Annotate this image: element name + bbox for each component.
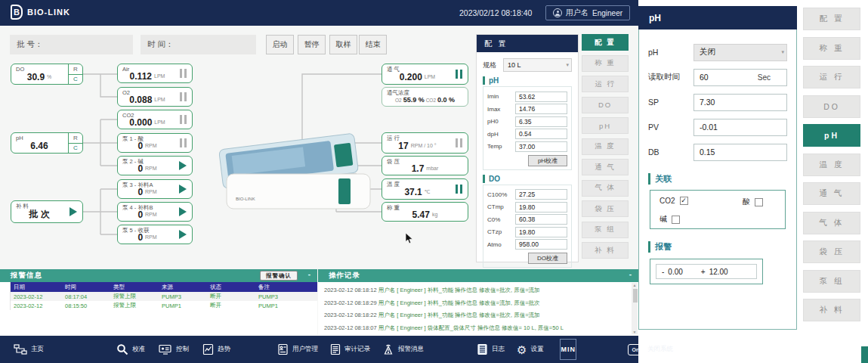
ph-control-button[interactable]: C — [69, 144, 82, 154]
ph-temp-input[interactable]: 37.00 — [515, 141, 567, 152]
aeration-pause-icon[interactable] — [456, 70, 462, 79]
ph0-input[interactable]: 6.35 — [515, 116, 567, 127]
imax-input[interactable]: 14.76 — [515, 104, 567, 114]
ctmp-input[interactable]: 19.80 — [515, 202, 567, 213]
feed-play-icon[interactable] — [70, 207, 77, 216]
right-menu-aeration[interactable]: 通 气 — [803, 182, 860, 205]
pause-button[interactable]: 暂停 — [298, 35, 326, 54]
ph-mode-select[interactable]: 关闭 ▾ — [693, 44, 787, 61]
sample-button[interactable]: 取样 — [329, 35, 357, 54]
air-pause-icon[interactable] — [180, 69, 187, 78]
mid-menu-temperature[interactable]: 温 度 — [582, 138, 629, 155]
right-menu-do[interactable]: DO — [803, 95, 860, 118]
sp-input[interactable]: 7.30 — [693, 94, 787, 111]
right-menu-run[interactable]: 运 行 — [803, 66, 860, 88]
atmo-input[interactable]: 958.00 — [515, 239, 567, 250]
weight-box[interactable]: 称 重 5.47kg — [381, 202, 468, 222]
right-menu-gas[interactable]: 气 体 — [803, 212, 860, 234]
pump2-play-icon[interactable] — [179, 161, 187, 170]
user-button[interactable]: 用户名 Engineer — [545, 5, 630, 20]
mid-menu-bag-pressure[interactable]: 袋 压 — [582, 200, 629, 217]
pump4-play-icon[interactable] — [179, 207, 187, 216]
mid-menu-do[interactable]: DO — [582, 97, 629, 113]
pump1-pause-icon[interactable] — [180, 138, 187, 147]
co2-flow-box[interactable]: CO2 0.000LPM — [117, 110, 193, 129]
do-reading-box[interactable]: DO 30.9% RC — [11, 64, 83, 85]
mid-menu-pumps[interactable]: 泵 组 — [582, 222, 629, 238]
link-base-option[interactable]: 碱 — [659, 214, 680, 225]
oplog-scroll-thumb[interactable] — [633, 289, 638, 302]
right-menu-feed[interactable]: 补 料 — [803, 299, 860, 321]
pump3-play-icon[interactable] — [179, 185, 187, 194]
taskbar-alarm-button[interactable]: 报警消息 — [382, 343, 424, 355]
mid-menu-gas[interactable]: 气 体 — [582, 180, 629, 197]
c0-input[interactable]: 60.38 — [515, 214, 567, 225]
read-time-input[interactable]: 60 Sec — [693, 69, 787, 86]
temperature-box[interactable]: 温 度 37.1℃ — [381, 178, 468, 200]
right-menu-bag-pressure[interactable]: 袋 压 — [803, 240, 860, 263]
taskbar-audit-button[interactable]: 审计记录 — [330, 343, 370, 355]
right-menu-ph[interactable]: pH — [803, 124, 860, 147]
mid-menu-aeration[interactable]: 通 气 — [582, 159, 629, 175]
stop-button[interactable]: 结束 — [359, 35, 387, 54]
do-control-button[interactable]: C — [69, 75, 82, 85]
temperature-pause-icon[interactable] — [456, 185, 462, 194]
pump1-acid-box[interactable]: 泵 1 - 酸 0RPM — [117, 133, 193, 153]
taskbar-home-button[interactable]: 主页 — [14, 343, 44, 355]
time-input[interactable]: 时 间： — [141, 35, 256, 54]
do-calibrate-button[interactable]: DO校准 — [528, 253, 567, 264]
taskbar-settings-button[interactable]: ⚙ 设置 — [517, 344, 543, 355]
mid-menu-run[interactable]: 运 行 — [582, 76, 629, 92]
ctzp-input[interactable]: 19.80 — [515, 227, 567, 237]
pump5-harvest-box[interactable]: 泵 5 - 收获 0RPM — [117, 225, 193, 244]
pump5-play-icon[interactable] — [179, 230, 187, 239]
co2-pause-icon[interactable] — [180, 115, 187, 124]
right-menu-temperature[interactable]: 温 度 — [803, 154, 860, 176]
o2-pause-icon[interactable] — [180, 92, 187, 101]
ph-calibrate-button[interactable]: pH校准 — [528, 155, 567, 166]
taskbar-user-mgmt-button[interactable]: 用户管理 — [277, 343, 318, 355]
shutdown-button[interactable]: On 关闭系统 — [628, 344, 673, 355]
link-acid-option[interactable]: 酸 — [743, 197, 763, 207]
dph-input[interactable]: 0.54 — [515, 129, 567, 139]
pump3-feed-a-box[interactable]: 泵 3 - 补料A 0RPM — [117, 179, 193, 199]
spec-select[interactable]: 10 L ▾ — [503, 58, 572, 72]
start-button[interactable]: 启动 — [266, 35, 294, 54]
do-remote-button[interactable]: R — [69, 64, 82, 75]
alarm-table-row[interactable]: 2023-02-12 08:17:04 报警上限 PUMP3 断开 PUMP3 — [0, 292, 317, 301]
db-input[interactable]: 0.15 — [693, 144, 787, 161]
air-flow-box[interactable]: Air 0.112LPM — [117, 64, 193, 83]
alarm-confirm-button[interactable]: 报警确认 — [260, 271, 298, 281]
taskbar-log-button[interactable]: 日志 — [477, 343, 505, 355]
mid-menu-config[interactable]: 配 置 — [582, 34, 629, 51]
alarm-limits-input[interactable]: - 0.00 + 12.00 — [656, 264, 757, 279]
alarm-table-row[interactable]: 2023-02-12 08:15:50 报警上限 PUMP1 断开 PUMP1 — [0, 301, 317, 310]
taskbar-calibrate-button[interactable]: 校准 — [116, 343, 145, 355]
feed-mode-box[interactable]: 补 料 批 次 — [11, 200, 83, 223]
mid-menu-weigh[interactable]: 称 重 — [582, 55, 629, 72]
right-menu-weigh[interactable]: 称 重 — [803, 37, 860, 60]
co2-checkbox[interactable]: ✓ — [680, 197, 688, 205]
acid-checkbox[interactable] — [755, 198, 763, 206]
mid-menu-feed[interactable]: 补 料 — [582, 242, 629, 259]
link-co2-option[interactable]: CO2 ✓ — [659, 197, 688, 205]
batch-number-input[interactable]: 批 号： — [10, 35, 133, 54]
run-pause-icon[interactable] — [456, 138, 462, 147]
right-menu-config[interactable]: 配 置 — [803, 8, 860, 30]
pv-input[interactable]: -0.01 — [693, 119, 787, 136]
taskbar-trend-button[interactable]: 趋势 — [202, 343, 230, 355]
ph-remote-button[interactable]: R — [69, 133, 82, 144]
c100-input[interactable]: 27.25 — [515, 189, 567, 200]
bag-pressure-box[interactable]: 袋 压 1.7mbar — [381, 156, 468, 175]
gas-concentration-box[interactable]: 通气浓度 O2 55.9 % CO2 0.0 % — [381, 87, 468, 107]
imin-input[interactable]: 53.62 — [515, 92, 567, 102]
o2-flow-box[interactable]: O2 0.088LPM — [117, 87, 193, 107]
pump2-base-box[interactable]: 泵 2 - 碱 0RPM — [117, 156, 193, 175]
ph-reading-box[interactable]: pH 6.46 RC — [11, 132, 83, 154]
mid-menu-ph[interactable]: pH — [582, 117, 629, 134]
rocking-run-box[interactable]: 运 行 17RPM / 10 ° — [381, 132, 468, 154]
right-menu-pumps[interactable]: 泵 组 — [803, 270, 860, 293]
minimize-button[interactable]: MIN — [560, 339, 576, 360]
pump4-feed-b-box[interactable]: 泵 4 - 补料B 0RPM — [117, 202, 193, 222]
aeration-box[interactable]: 通 气 0.200LPM — [381, 64, 468, 85]
